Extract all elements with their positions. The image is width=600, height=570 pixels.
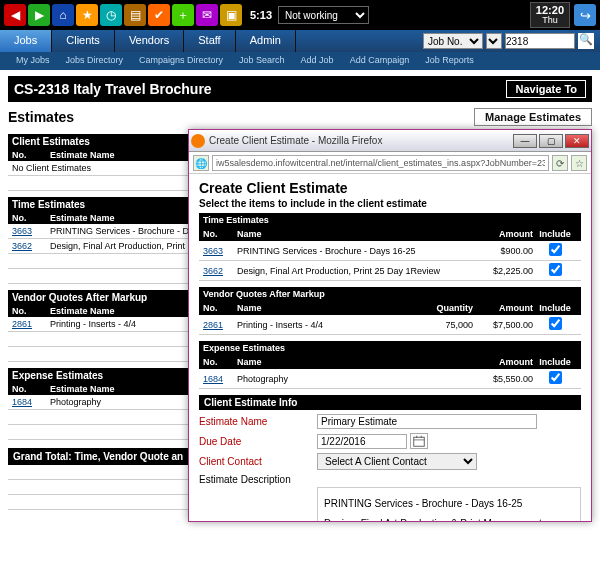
subnav-campdir[interactable]: Campaigns Directory: [131, 52, 231, 70]
dlg-expense-header: Expense Estimates: [199, 341, 581, 355]
exit-icon[interactable]: ↪: [574, 4, 596, 26]
minimize-button[interactable]: —: [513, 134, 537, 148]
no-client-estimates: No Client Estimates: [12, 163, 91, 173]
due-date-label: Due Date: [199, 436, 317, 447]
close-button[interactable]: ✕: [565, 134, 589, 148]
dlg-time-header: Time Estimates: [199, 213, 581, 227]
star-icon[interactable]: ★: [76, 4, 98, 26]
clock-icon[interactable]: ◷: [100, 4, 122, 26]
check-icon[interactable]: ✔: [148, 4, 170, 26]
include-checkbox[interactable]: [549, 317, 562, 330]
url-bar[interactable]: [212, 155, 549, 171]
search-icon[interactable]: 🔍: [578, 33, 594, 49]
client-estimate-info-header: Client Estimate Info: [199, 395, 581, 410]
page-subtitle: Estimates: [8, 109, 74, 125]
reload-icon[interactable]: ⟳: [552, 155, 568, 171]
navigate-to-button[interactable]: Navigate To: [506, 80, 586, 98]
subnav-jobsearch[interactable]: Job Search: [231, 52, 293, 70]
dialog-heading: Create Client Estimate: [199, 180, 581, 196]
time-row-no[interactable]: 3662: [12, 241, 50, 251]
page-title: CS-2318 Italy Travel Brochure: [14, 81, 212, 97]
chat-icon[interactable]: ✉: [196, 4, 218, 26]
expense-row-no[interactable]: 1684: [12, 397, 50, 407]
create-client-estimate-dialog: Create Client Estimate - Mozilla Firefox…: [188, 129, 592, 522]
tab-clients[interactable]: Clients: [52, 30, 115, 52]
home-icon[interactable]: ⌂: [52, 4, 74, 26]
estimate-description-box[interactable]: PRINTING Services - Brochure - Days 16-2…: [317, 487, 581, 521]
include-checkbox[interactable]: [549, 371, 562, 384]
dlg-vendor-header: Vendor Quotes After Markup: [199, 287, 581, 301]
include-checkbox[interactable]: [549, 263, 562, 276]
calc-icon[interactable]: ▤: [124, 4, 146, 26]
time-row-no[interactable]: 3663: [12, 226, 50, 236]
manage-estimates-button[interactable]: Manage Estimates: [474, 108, 592, 126]
folder-icon[interactable]: ▣: [220, 4, 242, 26]
nav-fwd-icon[interactable]: ▶: [28, 4, 50, 26]
estimate-description-label: Estimate Description: [199, 474, 317, 485]
tab-staff[interactable]: Staff: [184, 30, 235, 52]
vendor-row-no[interactable]: 2861: [12, 319, 50, 329]
plus-icon[interactable]: ＋: [172, 4, 194, 26]
subnav-jobsdir[interactable]: Jobs Directory: [58, 52, 132, 70]
current-time: 5:13: [250, 9, 272, 21]
subnav-addjob[interactable]: Add Job: [293, 52, 342, 70]
subnav-jobreports[interactable]: Job Reports: [417, 52, 482, 70]
subnav-myjobs[interactable]: My Jobs: [8, 52, 58, 70]
firefox-icon: [191, 134, 205, 148]
client-contact-select[interactable]: Select A Client Contact: [317, 453, 477, 470]
table-row: 1684Photography$5,550.00: [199, 369, 581, 389]
tab-vendors[interactable]: Vendors: [115, 30, 184, 52]
maximize-button[interactable]: ▢: [539, 134, 563, 148]
tab-jobs[interactable]: Jobs: [0, 30, 52, 52]
due-date-input[interactable]: [317, 434, 407, 449]
svg-rect-0: [414, 437, 425, 446]
nav-back-icon[interactable]: ◀: [4, 4, 26, 26]
subnav-addcamp[interactable]: Add Campaign: [342, 52, 418, 70]
tab-admin[interactable]: Admin: [236, 30, 296, 52]
client-contact-label: Client Contact: [199, 456, 317, 467]
estimate-name-label: Estimate Name: [199, 416, 317, 427]
search-input[interactable]: [505, 33, 575, 49]
bookmark-icon[interactable]: ☆: [571, 155, 587, 171]
table-row: 3663PRINTING Services - Brochure - Days …: [199, 241, 581, 261]
estimate-name-input[interactable]: [317, 414, 537, 429]
clock-display: 12:20 Thu: [530, 2, 570, 28]
include-checkbox[interactable]: [549, 243, 562, 256]
identity-icon[interactable]: 🌐: [193, 155, 209, 171]
search-type-select[interactable]: Job No.: [423, 33, 483, 49]
table-row: 2861Printing - Inserts - 4/475,000$7,500…: [199, 315, 581, 335]
dialog-subheading: Select the items to include in the clien…: [199, 198, 581, 209]
table-row: 3662Design, Final Art Production, Print …: [199, 261, 581, 281]
dialog-title: Create Client Estimate - Mozilla Firefox: [209, 135, 511, 146]
calendar-icon[interactable]: [410, 433, 428, 449]
status-select[interactable]: Not working: [278, 6, 369, 24]
search-op-select[interactable]: =: [486, 33, 502, 49]
